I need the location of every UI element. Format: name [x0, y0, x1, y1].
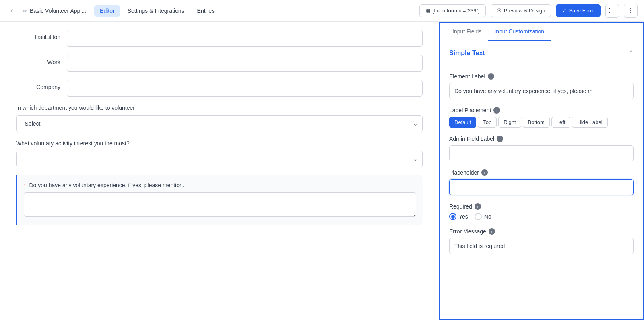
label-placement-group: Label Placement i Default Top Right Bott… — [449, 107, 634, 128]
placement-right[interactable]: Right — [498, 117, 521, 128]
app-title-area: ✏ Basic Volunteer Appl... — [23, 8, 86, 14]
more-icon: ⋮ — [627, 7, 634, 14]
required-star: * — [24, 182, 26, 188]
required-yes-option[interactable]: Yes — [449, 213, 468, 220]
tab-settings[interactable]: Settings & Integrations — [122, 5, 190, 17]
save-button[interactable]: ✓ Save Form — [556, 4, 601, 17]
placeholder-info-icon[interactable]: i — [481, 169, 488, 176]
activity-select-container: ⌄ — [16, 151, 423, 167]
admin-field-label-group: Admin Field Label i — [449, 136, 634, 161]
company-label: Company — [16, 80, 60, 90]
company-field-row: Company — [16, 80, 423, 97]
required-info-icon[interactable]: i — [475, 203, 481, 210]
work-field-row: Work — [16, 55, 423, 72]
company-input[interactable] — [67, 80, 423, 97]
department-select-container: - Select - ⌄ — [16, 115, 423, 132]
panel-content: Simple Text ⌃ Element Label i Label Plac… — [440, 41, 643, 270]
form-preview: Institutiton Work Company In which depar… — [0, 22, 439, 320]
main-layout: Institutiton Work Company In which depar… — [0, 22, 644, 320]
placeholder-group: Placeholder i — [449, 169, 634, 195]
section-divider — [449, 65, 634, 65]
preview-icon: ☉ — [497, 8, 502, 14]
experience-label: Do you have any voluntary experience, if… — [29, 182, 184, 188]
nav-tabs: Editor Settings & Integrations Entries — [94, 5, 220, 17]
check-icon: ✓ — [562, 8, 566, 14]
tab-entries[interactable]: Entries — [192, 5, 221, 17]
required-group: Required i Yes No — [449, 203, 634, 220]
panel-tabs: Input Fields Input Customization — [440, 23, 643, 41]
collapse-icon[interactable]: ⌃ — [628, 49, 634, 57]
element-label-text: Element Label — [449, 73, 485, 80]
required-no-option[interactable]: No — [475, 213, 491, 220]
required-text: Required — [449, 203, 472, 210]
experience-section: * Do you have any voluntary experience, … — [16, 175, 423, 225]
admin-field-label-input[interactable] — [449, 145, 634, 161]
label-placement-text: Label Placement — [449, 107, 491, 114]
label-placement-heading: Label Placement i — [449, 107, 634, 114]
department-question: In which department you would like to vo… — [16, 105, 423, 111]
section-header: Simple Text ⌃ — [449, 49, 634, 57]
institution-field-row: Institutiton — [16, 30, 423, 47]
expand-icon: ⛶ — [609, 7, 615, 14]
experience-label-row: * Do you have any voluntary experience, … — [24, 182, 416, 188]
placement-left[interactable]: Left — [551, 117, 571, 128]
placeholder-heading: Placeholder i — [449, 169, 634, 176]
work-label: Work — [16, 55, 60, 65]
expand-button[interactable]: ⛶ — [605, 4, 619, 18]
element-label-heading: Element Label i — [449, 73, 634, 80]
admin-field-label-heading: Admin Field Label i — [449, 136, 634, 142]
placement-hide-label[interactable]: Hide Label — [572, 117, 607, 128]
placement-options: Default Top Right Bottom Left Hide Label — [449, 117, 634, 128]
required-yes-label: Yes — [459, 213, 468, 220]
activity-field: What voluntary activity interest you the… — [16, 140, 423, 167]
placeholder-input[interactable] — [449, 179, 634, 195]
institution-label: Institutiton — [16, 30, 60, 40]
department-select[interactable]: - Select - — [16, 115, 423, 132]
label-placement-info-icon[interactable]: i — [493, 107, 500, 114]
placement-top[interactable]: Top — [478, 117, 497, 128]
shortcode-button[interactable]: ▦ [fluentform id="239"] — [419, 4, 486, 17]
shortcode-icon: ▦ — [425, 8, 430, 14]
tab-input-fields[interactable]: Input Fields — [446, 23, 488, 41]
error-message-input[interactable] — [449, 238, 634, 254]
element-label-info-icon[interactable]: i — [488, 73, 494, 80]
work-input[interactable] — [67, 55, 423, 72]
more-menu-button[interactable]: ⋮ — [624, 4, 638, 18]
error-message-text: Error Message — [449, 228, 486, 235]
element-label-group: Element Label i — [449, 73, 634, 99]
save-label: Save Form — [569, 8, 594, 14]
admin-field-label-text: Admin Field Label — [449, 136, 494, 142]
placement-default[interactable]: Default — [449, 117, 476, 128]
error-message-info-icon[interactable]: i — [489, 228, 495, 235]
tab-editor[interactable]: Editor — [94, 5, 120, 17]
top-nav: ‹ ✏ Basic Volunteer Appl... Editor Setti… — [0, 0, 644, 22]
placement-bottom[interactable]: Bottom — [523, 117, 550, 128]
preview-button[interactable]: ☉ Preview & Design — [491, 4, 551, 17]
activity-select[interactable] — [16, 151, 423, 167]
error-message-group: Error Message i — [449, 228, 634, 254]
placeholder-text: Placeholder — [449, 169, 479, 176]
required-radio-group: Yes No — [449, 213, 634, 220]
back-icon: ‹ — [11, 6, 13, 15]
right-panel: Input Fields Input Customization Simple … — [439, 22, 644, 320]
element-label-input[interactable] — [449, 83, 634, 99]
required-no-label: No — [484, 213, 491, 220]
section-title: Simple Text — [449, 50, 485, 57]
admin-field-label-info-icon[interactable]: i — [497, 136, 503, 142]
department-field: In which department you would like to vo… — [16, 105, 423, 132]
experience-textarea[interactable] — [24, 192, 416, 217]
back-button[interactable]: ‹ — [6, 5, 18, 17]
required-no-radio[interactable] — [475, 213, 482, 220]
tab-input-customization[interactable]: Input Customization — [488, 23, 551, 41]
activity-question: What voluntary activity interest you the… — [16, 140, 423, 147]
required-heading: Required i — [449, 203, 634, 210]
app-title: Basic Volunteer Appl... — [30, 8, 86, 14]
institution-input[interactable] — [67, 30, 423, 47]
shortcode-label: [fluentform id="239"] — [433, 8, 480, 14]
required-yes-radio[interactable] — [449, 213, 456, 220]
error-message-heading: Error Message i — [449, 228, 634, 235]
edit-icon: ✏ — [23, 8, 27, 14]
preview-label: Preview & Design — [504, 8, 545, 14]
